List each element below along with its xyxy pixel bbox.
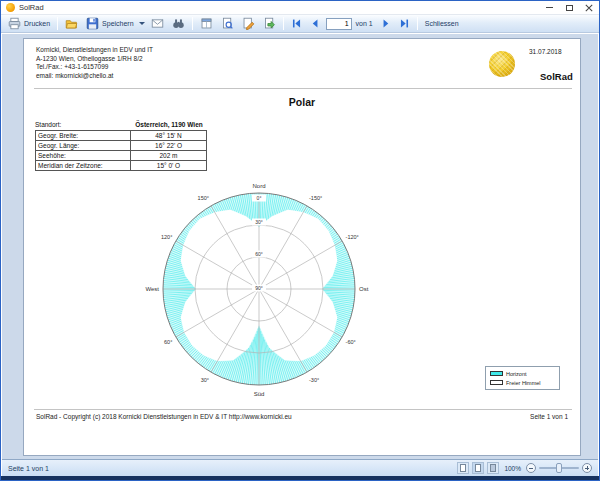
- nav-next-icon: [380, 18, 391, 29]
- full-page-view-button[interactable]: [487, 462, 499, 474]
- maximize-button[interactable]: [559, 1, 579, 14]
- title-bar: SolRad: [1, 1, 599, 15]
- location-info-table: Standort: Österreich, 1190 Wien Geogr. B…: [35, 118, 207, 171]
- statusbar-right-group: 100%: [457, 462, 592, 474]
- logo-label: SolRad: [540, 71, 573, 82]
- legend-swatch-horizont: [490, 371, 503, 376]
- toolbar-separator: [57, 17, 58, 30]
- maximize-icon: [566, 5, 573, 11]
- page-pencil-icon: [242, 17, 255, 30]
- open-folder-icon: [65, 17, 78, 30]
- company-line: email: mkornicki@chello.at: [36, 72, 153, 81]
- page-number-input[interactable]: [326, 18, 352, 30]
- polar-chart: 0°30°60°90°NordOstSüdWest-150°-120°-60°-…: [112, 167, 412, 413]
- printer-icon: [8, 17, 21, 30]
- compass-label: West: [145, 286, 159, 292]
- azimuth-tick-label: -120°: [346, 234, 359, 240]
- close-preview-button[interactable]: Schliessen: [422, 19, 462, 28]
- save-icon: [86, 17, 99, 30]
- standort-label: Standort:: [35, 121, 131, 128]
- solrad-sun-logo: [489, 51, 515, 77]
- legend-label: Freier Himmel: [506, 380, 541, 386]
- minimize-button[interactable]: [539, 1, 559, 14]
- elevation-tick-label: 90°: [255, 285, 263, 291]
- last-page-button[interactable]: [396, 17, 413, 30]
- open-button[interactable]: [62, 16, 81, 31]
- row-value: 16° 22' O: [131, 142, 206, 149]
- zoom-slider-thumb[interactable]: [556, 463, 562, 473]
- zoom-level-label: 100%: [504, 465, 521, 472]
- page-export-icon: [263, 17, 276, 30]
- azimuth-tick-label: -30°: [309, 377, 319, 383]
- first-page-button[interactable]: [288, 17, 305, 30]
- info-grid: Geogr. Breite: 48° 15' N Geogr. Länge: 1…: [35, 130, 207, 171]
- elevation-tick-label: 0°: [257, 195, 262, 201]
- row-value: 202 m: [131, 152, 206, 159]
- company-line: Kornicki, Dienstleistungen in EDV und IT: [36, 46, 153, 55]
- page-footer: SolRad - Copyright (c) 2018 Kornicki Die…: [36, 413, 568, 420]
- print-label: Drucken: [24, 20, 50, 27]
- status-bar: Seite 1 von 1 100%: [2, 459, 598, 476]
- nav-previous-icon: [310, 18, 321, 29]
- page-magnifier-icon: [221, 17, 234, 30]
- azimuth-tick-label: -150°: [309, 195, 322, 201]
- azimuth-tick-label: -60°: [346, 339, 356, 345]
- multi-page-icon: [475, 464, 481, 472]
- company-address-block: Kornicki, Dienstleistungen in EDV und IT…: [36, 46, 153, 80]
- single-page-icon: [460, 464, 466, 472]
- layout-columns-icon: [200, 17, 213, 30]
- compass-label: Nord: [252, 183, 265, 189]
- report-page: Kornicki, Dienstleistungen in EDV und IT…: [23, 38, 581, 456]
- footer-copyright: SolRad - Copyright (c) 2018 Kornicki Die…: [36, 413, 292, 420]
- multi-page-view-button[interactable]: [472, 462, 484, 474]
- report-date: 31.07.2018: [529, 48, 562, 55]
- email-icon: [151, 18, 164, 29]
- app-icon: [6, 3, 15, 12]
- minimize-icon: [546, 7, 553, 8]
- page-zoom-button[interactable]: [218, 16, 237, 31]
- zoom-slider[interactable]: [539, 467, 579, 469]
- window-controls: [539, 1, 599, 14]
- table-row: Seehöhe: 202 m: [36, 151, 206, 161]
- azimuth-tick-label: 60°: [164, 339, 172, 345]
- toolbar-separator: [417, 17, 418, 30]
- save-button[interactable]: Speichern: [83, 16, 137, 31]
- table-row: Geogr. Länge: 16° 22' O: [36, 141, 206, 151]
- email-button[interactable]: [148, 17, 167, 30]
- row-value: 48° 15' N: [131, 132, 206, 139]
- toolbar-separator: [283, 17, 284, 30]
- legend-label: Horizont: [506, 371, 526, 377]
- window-bottom-edge: [1, 476, 599, 480]
- close-preview-label: Schliessen: [425, 20, 459, 27]
- next-page-button[interactable]: [377, 17, 394, 30]
- print-button[interactable]: Drucken: [5, 16, 53, 31]
- zoom-in-button[interactable]: [582, 463, 592, 473]
- page-count-label: von 1: [354, 20, 375, 27]
- layout-columns-button[interactable]: [197, 16, 216, 31]
- zoom-out-button[interactable]: [526, 463, 536, 473]
- row-label: Geogr. Länge:: [36, 141, 131, 150]
- azimuth-tick-label: 30°: [201, 377, 209, 383]
- table-row: Geogr. Breite: 48° 15' N: [36, 131, 206, 141]
- standort-value: Österreich, 1190 Wien: [131, 121, 207, 128]
- export-page-button[interactable]: [260, 16, 279, 31]
- legend-item: Freier Himmel: [490, 378, 555, 387]
- row-label: Geogr. Breite:: [36, 131, 131, 140]
- save-dropdown-button[interactable]: [139, 21, 146, 26]
- close-button[interactable]: [579, 1, 599, 14]
- previous-page-button[interactable]: [307, 17, 324, 30]
- app-window: SolRad Drucken: [0, 0, 600, 481]
- edit-page-button[interactable]: [239, 16, 258, 31]
- toolbar-separator: [192, 17, 193, 30]
- binoculars-search-icon: [172, 17, 185, 30]
- elevation-tick-label: 60°: [255, 251, 263, 257]
- header-divider: [34, 88, 572, 89]
- search-button[interactable]: [169, 16, 188, 31]
- close-icon: [585, 4, 593, 12]
- single-page-view-button[interactable]: [457, 462, 469, 474]
- report-title: Polar: [24, 96, 580, 108]
- compass-label: Ost: [359, 286, 369, 292]
- company-line: A-1230 Wien, Othellogasse 1/RH 8/2: [36, 55, 153, 64]
- statusbar-page-label: Seite 1 von 1: [8, 465, 49, 472]
- nav-first-icon: [291, 18, 302, 29]
